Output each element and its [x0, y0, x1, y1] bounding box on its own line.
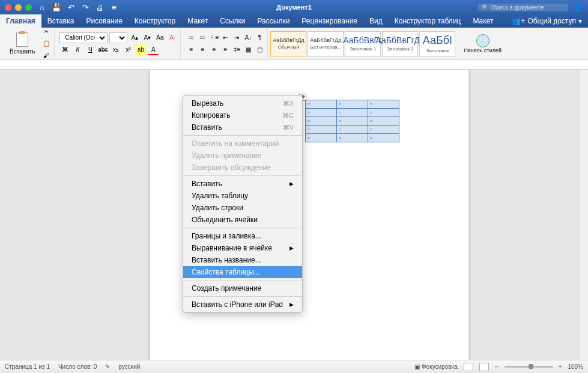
indent-increase-icon[interactable]: ⇥: [231, 32, 242, 43]
table-cell[interactable]: ¤: [337, 109, 368, 117]
change-case-icon[interactable]: Aa: [154, 32, 165, 43]
menu-item[interactable]: Удалить строки: [183, 202, 302, 214]
bold-button[interactable]: Ж: [59, 44, 70, 55]
table-cell[interactable]: ¤: [368, 126, 399, 134]
subscript-button[interactable]: x₂: [110, 44, 121, 55]
undo-icon[interactable]: ↶: [67, 3, 75, 11]
style-item-4[interactable]: АаБбІЗаголовок: [419, 31, 455, 56]
minimize-window[interactable]: [15, 4, 22, 11]
table-cell[interactable]: ¤: [306, 100, 337, 109]
table-cell[interactable]: ¤: [368, 109, 399, 117]
grow-font-icon[interactable]: A▴: [129, 32, 140, 43]
print-layout-view[interactable]: [464, 363, 473, 371]
menu-item[interactable]: Свойства таблицы...: [183, 266, 302, 278]
close-window[interactable]: [5, 4, 11, 11]
user-icon[interactable]: 👤: [573, 2, 583, 12]
redo-icon[interactable]: ↷: [81, 3, 89, 11]
font-size-select[interactable]: 12: [109, 32, 127, 43]
underline-button[interactable]: Ч: [85, 44, 95, 55]
style-item-1[interactable]: АаБбВвГгДдБез интерва...: [308, 31, 344, 56]
styles-panel-button[interactable]: Панель стилей: [460, 33, 505, 55]
menu-item[interactable]: Границы и заливка...: [183, 230, 302, 242]
menu-item[interactable]: Создать примечание: [183, 282, 302, 294]
table-cell[interactable]: ¤: [337, 100, 368, 109]
vertical-scrollbar[interactable]: [580, 70, 588, 360]
zoom-window[interactable]: [25, 4, 32, 11]
table-cell[interactable]: ¤: [368, 117, 399, 126]
search-box[interactable]: 🔍 Поиск в документе: [478, 4, 568, 11]
zoom-slider[interactable]: [505, 366, 553, 368]
italic-button[interactable]: К: [72, 44, 83, 55]
focus-mode[interactable]: ▣ Фокусировка: [414, 363, 458, 370]
horizontal-ruler[interactable]: [0, 60, 588, 70]
tab-review[interactable]: Рецензирование: [296, 14, 363, 28]
menu-item[interactable]: Вырезать⌘X: [183, 97, 302, 109]
table-cell[interactable]: ¤: [306, 117, 337, 126]
format-painter-icon[interactable]: 🖌: [41, 50, 52, 61]
table-cell[interactable]: ¤: [306, 109, 337, 117]
menu-item[interactable]: Вставить с iPhone или iPad▶: [183, 299, 302, 311]
table-cell[interactable]: ¤: [337, 126, 368, 134]
table-cell[interactable]: ¤: [337, 134, 368, 142]
cut-icon[interactable]: ✂: [41, 26, 52, 37]
tab-layout[interactable]: Макет: [181, 14, 214, 28]
strike-button[interactable]: abc: [97, 44, 108, 55]
numbering-icon[interactable]: ≕: [197, 32, 208, 43]
qat-customize-icon[interactable]: ≡: [110, 3, 118, 11]
home-icon[interactable]: ⌂: [38, 3, 46, 11]
paste-button[interactable]: Вставить: [6, 31, 38, 56]
style-item-0[interactable]: АаБбВвГгДдОбычный: [270, 31, 306, 56]
indent-decrease-icon[interactable]: ⇤: [220, 32, 231, 43]
highlight-icon[interactable]: ab: [135, 44, 146, 55]
font-color-icon[interactable]: A: [148, 44, 159, 55]
menu-item[interactable]: Вставить название...: [183, 254, 302, 266]
tab-references[interactable]: Ссылки: [214, 14, 251, 28]
align-right-icon[interactable]: ≡: [208, 44, 219, 55]
table-cell[interactable]: ¤: [306, 126, 337, 134]
menu-item[interactable]: Вставить⌘V: [183, 121, 302, 133]
page-status[interactable]: Страница 1 из 1: [5, 363, 50, 370]
spellcheck-icon[interactable]: ✎: [105, 363, 110, 370]
table-cell[interactable]: ¤: [368, 134, 399, 142]
menu-item[interactable]: Выравнивание в ячейке▶: [183, 242, 302, 254]
tab-mailings[interactable]: Рассылки: [252, 14, 296, 28]
font-name-select[interactable]: Calibri (Осно...: [59, 32, 108, 43]
share-button[interactable]: 👥+ Общий доступ ▾: [506, 14, 588, 28]
tab-view[interactable]: Вид: [363, 14, 389, 28]
menu-item[interactable]: Копировать⌘C: [183, 109, 302, 121]
zoom-out-icon[interactable]: −: [495, 363, 499, 370]
multilevel-icon[interactable]: ⋮≡: [208, 32, 219, 43]
line-spacing-icon[interactable]: ‡≡: [231, 44, 242, 55]
sort-icon[interactable]: A↓: [243, 32, 253, 43]
justify-icon[interactable]: ≡: [220, 44, 231, 55]
superscript-button[interactable]: x²: [123, 44, 133, 55]
word-count[interactable]: Число слов: 0: [58, 363, 97, 370]
align-left-icon[interactable]: ≡: [186, 44, 196, 55]
copy-icon[interactable]: 📋: [41, 38, 52, 49]
tab-table-design[interactable]: Конструктор таблиц: [389, 14, 467, 28]
menu-item[interactable]: Вставить▶: [183, 178, 302, 190]
table-cell[interactable]: ¤: [337, 117, 368, 126]
align-center-icon[interactable]: ≡: [197, 44, 208, 55]
web-layout-view[interactable]: [479, 363, 489, 371]
save-icon[interactable]: 💾: [52, 3, 61, 11]
shading-icon[interactable]: ▦: [243, 44, 253, 55]
menu-item[interactable]: Объединить ячейки: [183, 214, 302, 226]
shrink-font-icon[interactable]: A▾: [142, 32, 153, 43]
tab-design[interactable]: Конструктор: [129, 14, 181, 28]
document-table[interactable]: ¤¤¤¤¤¤¤¤¤¤¤¤¤¤¤: [305, 100, 399, 142]
table-cell[interactable]: ¤: [368, 100, 399, 109]
print-icon[interactable]: 🖨: [95, 3, 104, 11]
clear-format-icon[interactable]: A◦: [167, 32, 178, 43]
language-status[interactable]: русский: [118, 363, 140, 370]
bullets-icon[interactable]: ≔: [186, 32, 196, 43]
style-item-3[interactable]: АаБбВвГгДдЗаголовок 2: [382, 31, 418, 56]
tab-draw[interactable]: Рисование: [80, 14, 128, 28]
table-cell[interactable]: ¤: [306, 134, 337, 142]
borders-icon[interactable]: ▢: [254, 44, 265, 55]
menu-item[interactable]: Удалить таблицу: [183, 190, 302, 202]
tab-table-layout[interactable]: Макет: [467, 14, 499, 28]
zoom-in-icon[interactable]: +: [559, 363, 562, 370]
zoom-level[interactable]: 100%: [568, 363, 583, 370]
pilcrow-icon[interactable]: ¶: [254, 32, 265, 43]
